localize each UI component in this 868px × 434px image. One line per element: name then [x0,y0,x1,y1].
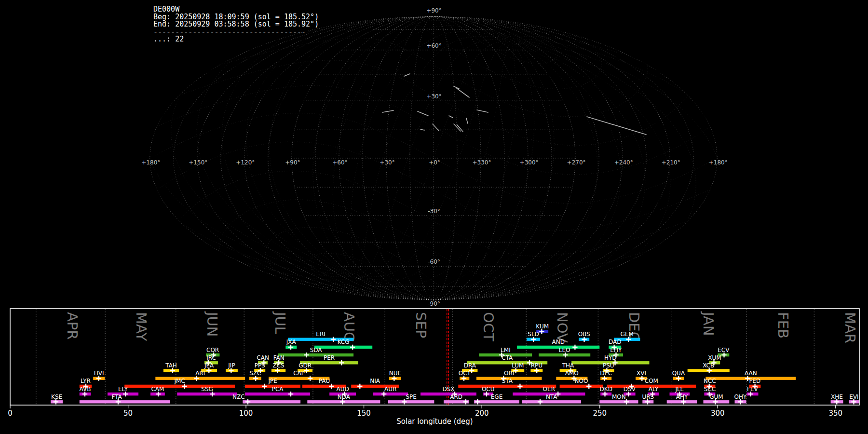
shower-label: XVI [637,370,646,377]
peak-marker [288,392,293,396]
map-meridian [315,16,434,300]
x-tick-label: 150 [357,409,371,418]
shower-label: PSU [603,362,614,369]
shower-label: FED [749,378,760,384]
shower-label: URS [642,393,654,400]
shower-label: RPU [531,362,542,369]
meteor-track [418,111,428,116]
map-lat-label: +30° [426,93,441,100]
radiant-chart-svg: +180°+150°+120°+90°+60°+30°+0°+330°+300°… [0,0,868,434]
shower-label: XHE [831,393,843,400]
map-meridian [434,16,481,300]
shower-label: OCU [482,386,495,393]
shower-label: NOO [574,378,588,384]
shower-label: AHY [676,393,688,400]
shower-label: AMO [565,370,579,377]
map-lat-label: -90° [428,300,440,307]
shower-label: NCC [704,378,716,384]
shower-label: ARI [195,370,205,377]
shower-label: AUR [384,386,396,393]
shower-label: DRA [464,362,476,369]
shower-label: DSV [624,386,636,393]
map-lon-label: +60° [332,159,347,166]
shower-label: COM [645,378,658,384]
shower-label: FAN [273,354,285,361]
month-label: MAR [842,312,858,343]
map-lon-label: +180° [709,159,728,166]
x-axis-title: Solar longitude (deg) [396,417,473,426]
shower-label: HVI [94,370,104,377]
shower-label: SDA [310,347,323,353]
shower-bar [245,393,310,395]
peak-marker [350,345,355,350]
map-lat-label: -60° [428,258,440,265]
x-tick-label: 250 [593,409,607,418]
shower-label: PAU [319,378,330,384]
peak-marker [304,353,309,357]
shower-bar [599,400,638,403]
map-meridian [434,16,552,300]
shower-label: ARD [450,393,462,400]
shower-label: AND [552,339,564,345]
meteor-track [420,129,424,130]
shower-label: PPS [255,362,265,369]
peak-marker [308,376,312,381]
shower-label: CAN [257,354,269,361]
shower-label: GEM [621,331,634,338]
month-label: SEP [413,312,429,338]
peak-marker [245,399,250,404]
shower-label: OHY [734,393,747,400]
map-lon-label: +210° [662,159,680,166]
map-lat-label: +60° [426,42,441,49]
shower-bar [474,400,519,403]
shower-label: ECV [718,347,730,353]
meteor-track [587,117,646,135]
shower-label: FTA [111,393,122,400]
shower-bar [155,377,245,380]
shower-bar [388,400,434,403]
shower-label: JMC [174,378,185,384]
shower-label: IRC [206,354,216,361]
shower-bar [243,400,300,403]
shower-label: NDA [338,393,351,400]
map-lat-label: -30° [428,208,440,215]
shower-label: COR [206,347,219,353]
shower-label: AAN [745,370,757,377]
shower-label: MON [612,393,626,400]
map-lon-label: +300° [520,159,539,166]
map-lon-label: +30° [380,159,394,166]
meteor-track [382,110,393,112]
shower-bar [278,353,353,356]
shower-label: DKD [600,386,612,393]
month-label: JUL [272,311,288,334]
meteor-track [477,110,488,112]
month-label: JUN [204,311,220,337]
map-meridian [150,16,434,298]
shower-label: KSE [51,393,62,400]
shower-label: JLE [675,386,684,393]
shower-bar [80,400,170,403]
shower-label: LYR [81,378,91,384]
x-tick-label: 200 [475,409,489,418]
shower-label: KUM [536,323,549,330]
map-meridian [197,16,434,300]
shower-label: ORI [504,370,514,377]
peak-marker [339,360,344,365]
shower-label: SPE [406,393,416,400]
meteor-track [457,88,469,97]
x-tick-label: 350 [828,409,842,418]
radiant-map-screen: DE000W Beg: 20250928 18:09:59 (sol = 185… [0,0,868,434]
map-lat-label: +90° [426,7,441,14]
shower-label: THA [562,362,574,369]
activity-timeline: APRMAYJUNJULAUGSEPOCTNOVDECJANFEBMARKUME… [8,309,859,426]
shower-label: JPE [268,378,277,384]
map-lon-label: +120° [236,159,255,166]
map-lon-label: +150° [189,159,207,166]
peak-marker [517,384,522,389]
shower-bar [314,346,372,349]
month-label: APR [64,312,81,339]
shower-label: LEO [559,347,570,353]
shower-label: AVB [80,386,91,393]
shower-label: LMI [501,347,511,353]
shower-label: DAD [609,339,621,345]
